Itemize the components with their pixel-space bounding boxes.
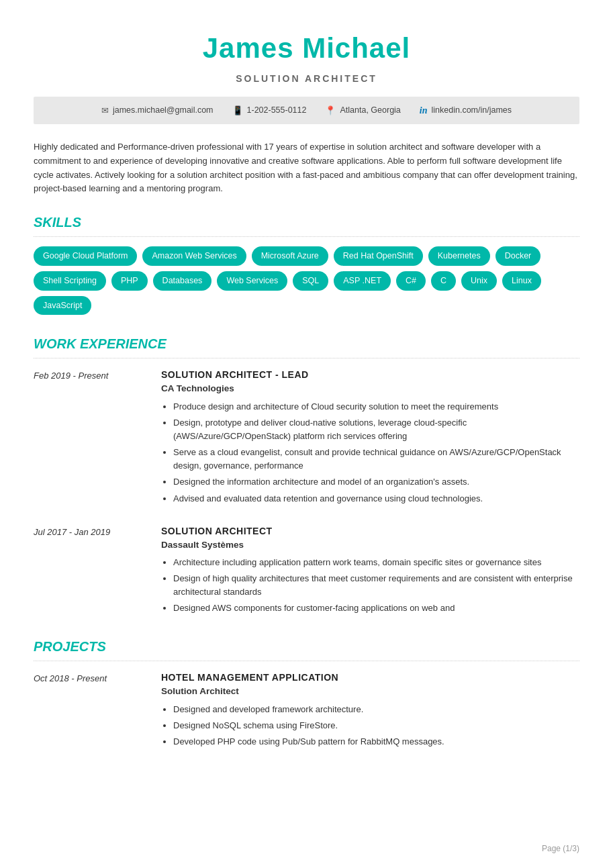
candidate-title: SOLUTION ARCHITECT <box>34 72 579 86</box>
work-bullet-item: Serve as a cloud evangelist, consult and… <box>173 446 579 473</box>
work-bullets: Architecture including application patte… <box>161 556 579 616</box>
skill-tag: C <box>431 271 456 291</box>
work-bullet-item: Designed AWS components for customer-fac… <box>173 601 579 615</box>
skill-tag: JavaScript <box>34 296 91 316</box>
projects-divider <box>34 661 579 661</box>
location-icon: 📍 <box>325 104 336 117</box>
work-company: CA Technologies <box>161 382 579 395</box>
contact-email: ✉ james.michael@gmail.com <box>101 104 214 117</box>
contact-phone: 📱 1-202-555-0112 <box>232 104 307 117</box>
project-bullet-item: Designed NoSQL schema using FireStore. <box>173 719 579 732</box>
skills-divider <box>34 236 579 237</box>
skill-tag: Shell Scripting <box>34 271 106 291</box>
project-bullet-item: Designed and developed framework archite… <box>173 703 579 716</box>
work-content: SOLUTION ARCHITECT - LEADCA Technologies… <box>161 368 579 508</box>
linkedin-text: linkedin.com/in/james <box>432 104 512 117</box>
summary-text: Highly dedicated and Performance-driven … <box>34 140 579 196</box>
skill-tag: SQL <box>293 271 328 291</box>
email-text: james.michael@gmail.com <box>113 104 214 117</box>
skill-tag: PHP <box>111 271 148 291</box>
project-date: Oct 2018 - Present <box>34 671 141 751</box>
skill-tag: Amazon Web Services <box>142 246 246 266</box>
email-icon: ✉ <box>101 104 109 117</box>
work-bullet-item: Designed the information architecture an… <box>173 475 579 489</box>
projects-section-title: PROJECTS <box>34 636 579 657</box>
resume-page: James Michael SOLUTION ARCHITECT ✉ james… <box>0 0 613 868</box>
project-bullet-item: Developed PHP code using Pub/Sub pattern… <box>173 735 579 749</box>
work-bullet-item: Produce design and architecture of Cloud… <box>173 400 579 414</box>
project-bullets: Designed and developed framework archite… <box>161 703 579 749</box>
skill-tag: Microsoft Azure <box>252 246 328 266</box>
work-company: Dassault Systèmes <box>161 538 579 552</box>
candidate-name: James Michael <box>34 27 579 69</box>
contact-location: 📍 Atlanta, Georgia <box>325 104 400 117</box>
skill-tag: Kubernetes <box>428 246 490 266</box>
work-experience-section: WORK EXPERIENCE Feb 2019 - PresentSOLUTI… <box>34 334 579 618</box>
skill-tag: Linux <box>502 271 541 291</box>
linkedin-icon: in <box>420 103 428 117</box>
work-content: SOLUTION ARCHITECTDassault SystèmesArchi… <box>161 524 579 618</box>
work-job-title: SOLUTION ARCHITECT <box>161 524 579 538</box>
project-title: HOTEL MANAGEMENT APPLICATION <box>161 671 579 685</box>
projects-section: PROJECTS Oct 2018 - PresentHOTEL MANAGEM… <box>34 636 579 751</box>
skill-tag: Docker <box>496 246 541 266</box>
resume-header: James Michael SOLUTION ARCHITECT <box>34 27 579 86</box>
skills-container: Google Cloud PlatformAmazon Web Services… <box>34 246 579 315</box>
phone-icon: 📱 <box>232 104 243 117</box>
project-entry: Oct 2018 - PresentHOTEL MANAGEMENT APPLI… <box>34 671 579 751</box>
skill-tag: Google Cloud Platform <box>34 246 137 266</box>
contact-bar: ✉ james.michael@gmail.com 📱 1-202-555-01… <box>34 97 579 124</box>
skill-tag: Unix <box>461 271 497 291</box>
work-bullet-item: Advised and evaluated data retention and… <box>173 492 579 505</box>
skills-section-title: SKILLS <box>34 212 579 232</box>
work-entry: Feb 2019 - PresentSOLUTION ARCHITECT - L… <box>34 368 579 508</box>
skill-tag: Web Services <box>217 271 287 291</box>
location-text: Atlanta, Georgia <box>340 104 400 117</box>
work-bullet-item: Design, prototype and deliver cloud-nati… <box>173 416 579 443</box>
project-role: Solution Architect <box>161 685 579 698</box>
work-bullet-item: Architecture including application patte… <box>173 556 579 569</box>
work-date: Feb 2019 - Present <box>34 368 141 508</box>
contact-linkedin: in linkedin.com/in/james <box>420 103 512 117</box>
page-number: Page (1/3) <box>542 842 579 855</box>
work-bullet-item: Design of high quality architectures tha… <box>173 572 579 599</box>
phone-text: 1-202-555-0112 <box>247 104 307 117</box>
skill-tag: C# <box>396 271 426 291</box>
work-bullets: Produce design and architecture of Cloud… <box>161 400 579 505</box>
skill-tag: Red Hat OpenShift <box>334 246 423 266</box>
skill-tag: ASP .NET <box>334 271 391 291</box>
project-content: HOTEL MANAGEMENT APPLICATIONSolution Arc… <box>161 671 579 751</box>
work-section-title: WORK EXPERIENCE <box>34 334 579 354</box>
work-date: Jul 2017 - Jan 2019 <box>34 524 141 618</box>
work-job-title: SOLUTION ARCHITECT - LEAD <box>161 368 579 382</box>
work-divider <box>34 358 579 358</box>
work-entry: Jul 2017 - Jan 2019SOLUTION ARCHITECTDas… <box>34 524 579 618</box>
skill-tag: Databases <box>153 271 212 291</box>
